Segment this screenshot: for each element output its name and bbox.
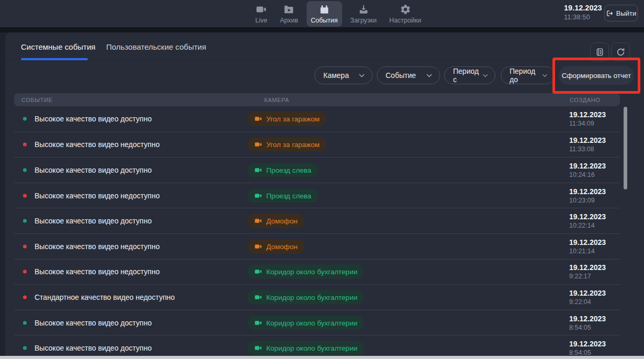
created-time: 9:22:17 <box>569 273 606 280</box>
chevron-down-icon <box>481 71 489 80</box>
camera-badge-icon <box>254 217 262 225</box>
table-row[interactable]: Высокое качество видео доступно Угол за … <box>14 106 620 132</box>
status-indicator-icon <box>23 270 27 274</box>
nav-item-archive[interactable]: Архив <box>276 1 302 27</box>
created-date: 19.12.2023 <box>569 162 606 170</box>
report-list-icon <box>595 47 605 57</box>
generate-report-button[interactable]: Сформировать отчет <box>559 66 634 85</box>
camera-filter-dropdown[interactable]: Камера <box>314 66 372 84</box>
chevron-down-icon <box>357 71 366 80</box>
event-filter-dropdown[interactable]: Событие <box>377 66 440 84</box>
refresh-button[interactable] <box>611 42 630 61</box>
created-cell: 19.12.2023 10:23:09 <box>569 187 606 204</box>
chevron-down-icon <box>425 71 434 80</box>
status-indicator-icon <box>23 244 27 248</box>
status-indicator-icon <box>23 168 27 172</box>
column-header-camera: КАМЕРА <box>264 97 289 103</box>
created-cell: 19.12.2023 8:54:05 <box>569 340 606 356</box>
created-date: 19.12.2023 <box>569 187 606 196</box>
table-row[interactable]: Высокое качество видео недоступно Угол з… <box>14 132 620 158</box>
created-date: 19.12.2023 <box>569 340 606 348</box>
created-time: 10:23:09 <box>569 197 606 204</box>
camera-filter-label: Камера <box>323 71 349 80</box>
camera-badge: Коридор около бухгалтерии <box>247 265 364 279</box>
table-header: СОБЫТИЕ КАМЕРА СОЗДАНО <box>14 93 620 106</box>
camera-badge-label: Коридор около бухгалтерии <box>266 268 357 276</box>
event-label: Высокое качество видео доступно <box>35 217 152 225</box>
camera-badge-label: Коридор около бухгалтерии <box>266 344 357 352</box>
camera-badge-icon <box>254 319 262 327</box>
nav-label-archive: Архив <box>280 17 298 24</box>
table-row[interactable]: Высокое качество видео недоступно Проезд… <box>14 183 620 208</box>
status-indicator-icon <box>23 321 27 324</box>
created-time: 10:22:14 <box>569 222 606 229</box>
report-list-button[interactable] <box>590 42 609 61</box>
top-bar: Live Архив События Загрузки Настройки <box>0 0 644 27</box>
archive-folder-icon <box>283 4 295 15</box>
created-date: 19.12.2023 <box>569 315 606 323</box>
created-cell: 19.12.2023 9:22:04 <box>569 289 606 306</box>
logout-icon <box>606 9 614 17</box>
created-time: 10:21:14 <box>569 248 606 255</box>
camera-badge-label: Домофон <box>266 242 298 250</box>
created-cell: 19.12.2023 10:24:16 <box>569 162 606 178</box>
nav-item-events[interactable]: События <box>307 1 342 27</box>
nav-item-downloads[interactable]: Загрузки <box>346 1 381 27</box>
camera-badge-icon <box>254 293 262 301</box>
event-label: Высокое качество видео доступно <box>35 319 152 327</box>
created-time: 11:34:09 <box>569 120 606 127</box>
created-cell: 19.12.2023 10:21:14 <box>569 238 606 255</box>
camera-badge: Коридор около бухгалтерии <box>247 290 364 304</box>
table-row[interactable]: Высокое качество видео недоступно Коридо… <box>14 259 620 285</box>
event-label: Высокое качество видео доступно <box>35 166 152 174</box>
period-from-dropdown[interactable]: Период с <box>444 66 495 84</box>
period-to-label: Период до <box>510 67 541 84</box>
created-time: 11:33:08 <box>569 145 606 153</box>
tabs-divider <box>5 59 644 60</box>
period-to-dropdown[interactable]: Период до <box>501 66 555 84</box>
created-cell: 19.12.2023 9:22:17 <box>569 263 606 280</box>
camera-badge: Коридор около бухгалтерии <box>247 341 364 355</box>
camera-badge-label: Проезд слева <box>266 166 311 174</box>
created-date: 19.12.2023 <box>569 238 606 246</box>
status-indicator-icon <box>23 194 27 197</box>
camera-badge-label: Домофон <box>266 217 298 225</box>
event-filter-label: Событие <box>386 71 416 80</box>
nav-label-downloads: Загрузки <box>351 17 377 24</box>
table-row[interactable]: Высокое качество видео доступно Коридор … <box>14 310 620 335</box>
camera-badge-label: Угол за гаражом <box>266 115 320 123</box>
gear-icon <box>400 4 411 15</box>
camera-badge: Коридор около бухгалтерии <box>247 316 364 330</box>
created-cell: 19.12.2023 11:34:09 <box>569 110 606 127</box>
camera-badge-icon <box>254 166 262 174</box>
status-indicator-icon <box>23 295 27 299</box>
table-row[interactable]: Высокое качество видео доступно Проезд с… <box>14 157 620 183</box>
camera-badge: Угол за гаражом <box>247 138 326 152</box>
logout-button[interactable]: Выйти <box>604 5 638 21</box>
scrollbar-thumb[interactable] <box>624 107 627 189</box>
created-date: 19.12.2023 <box>569 212 606 221</box>
camera-badge: Угол за гаражом <box>247 112 326 126</box>
nav-item-settings[interactable]: Настройки <box>385 1 425 27</box>
camera-badge: Проезд слева <box>247 188 318 203</box>
current-time: 11:38:50 <box>564 13 602 21</box>
active-tab-underline <box>21 58 88 60</box>
tab-system-events[interactable]: Системные события <box>21 42 95 51</box>
table-row[interactable]: Стандартное качество видео недоступно Ко… <box>14 284 620 310</box>
camera-badge-icon <box>254 344 262 352</box>
main-nav: Live Архив События Загрузки Настройки <box>251 0 425 27</box>
camera-badge-label: Коридор около бухгалтерии <box>266 293 357 301</box>
nav-item-live[interactable]: Live <box>251 1 272 27</box>
camera-badge-icon <box>254 268 262 276</box>
tab-user-events[interactable]: Пользовательские события <box>106 42 206 51</box>
video-camera-icon <box>255 4 267 15</box>
table-row[interactable]: Высокое качество видео доступно Коридор … <box>14 335 620 356</box>
status-indicator-icon <box>23 219 27 223</box>
table-row[interactable]: Высокое качество видео недоступно Домофо… <box>14 233 620 259</box>
table-row[interactable]: Высокое качество видео доступно Домофон … <box>14 208 620 233</box>
status-indicator-icon <box>23 143 27 147</box>
created-time: 9:22:04 <box>569 298 606 306</box>
current-date: 19.12.2023 <box>564 4 602 12</box>
camera-badge: Домофон <box>247 239 304 253</box>
created-time: 10:24:16 <box>569 171 606 178</box>
